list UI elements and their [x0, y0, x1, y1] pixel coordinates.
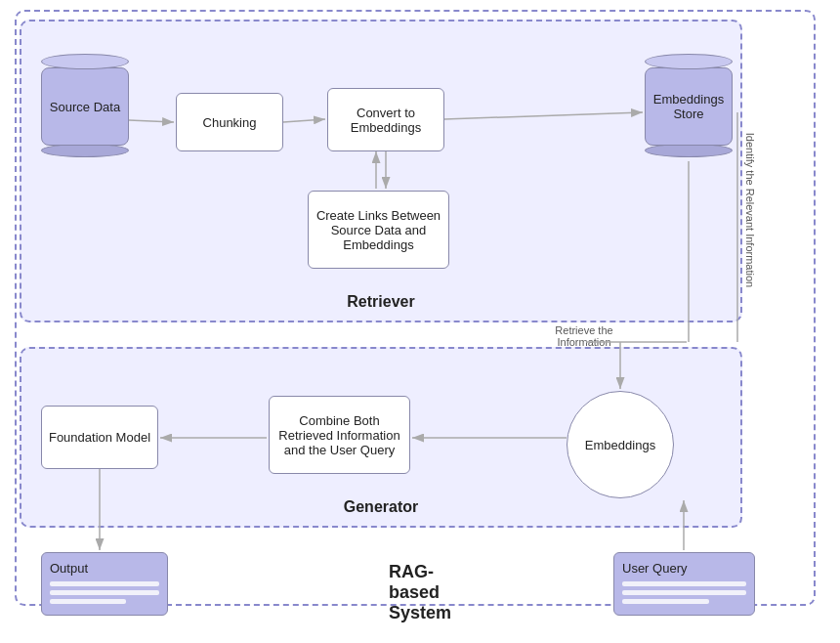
source-data-node: Source Data [41, 54, 129, 157]
user-query-label: User Query [622, 561, 746, 576]
output-node: Output [41, 552, 168, 616]
retrieve-info-label: Retrieve the Information [535, 324, 633, 348]
create-links-label: Create Links Between Source Data and Emb… [314, 208, 443, 252]
es-cylinder-body: Embeddings Store [645, 67, 733, 146]
user-query-node: User Query [613, 552, 755, 616]
retriever-label: Retriever [347, 293, 414, 311]
identify-relevant-container: Identify the Relevant Information [742, 137, 758, 283]
cylinder-top [41, 54, 129, 69]
uq-line-1 [622, 581, 746, 586]
embeddings-store-label: Embeddings Store [646, 92, 732, 121]
source-data-label: Source Data [50, 100, 120, 114]
rag-label: RAG-based System [389, 562, 451, 623]
diagram-container: Retriever Generator Source Data Chunking… [0, 0, 840, 643]
user-query-lines [622, 581, 746, 604]
chunking-node: Chunking [176, 93, 283, 151]
es-cylinder-top [645, 54, 733, 69]
convert-embeddings-label: Convert to Embeddings [333, 106, 439, 135]
combine-both-label: Combine Both Retrieved Information and t… [274, 413, 404, 457]
output-line-2 [50, 590, 159, 595]
es-cylinder-bottom [645, 144, 733, 157]
foundation-model-label: Foundation Model [49, 430, 150, 445]
uq-line-2 [622, 590, 746, 595]
output-lines [50, 581, 159, 604]
convert-embeddings-node: Convert to Embeddings [327, 88, 444, 151]
output-line-1 [50, 581, 159, 586]
generator-label: Generator [344, 498, 418, 516]
chunking-label: Chunking [203, 115, 257, 130]
foundation-model-node: Foundation Model [41, 406, 158, 469]
embeddings-circle-label: Embeddings [585, 438, 655, 452]
output-label: Output [50, 561, 159, 576]
embeddings-store-node: Embeddings Store [645, 54, 733, 157]
identify-relevant-label: Identify the Relevant Information [744, 133, 756, 287]
uq-line-3 [622, 599, 709, 604]
combine-both-node: Combine Both Retrieved Information and t… [269, 396, 410, 474]
output-line-3 [50, 599, 126, 604]
cylinder-body: Source Data [41, 67, 129, 146]
cylinder-bottom [41, 144, 129, 157]
embeddings-circle-node: Embeddings [567, 391, 674, 498]
create-links-node: Create Links Between Source Data and Emb… [308, 191, 449, 269]
